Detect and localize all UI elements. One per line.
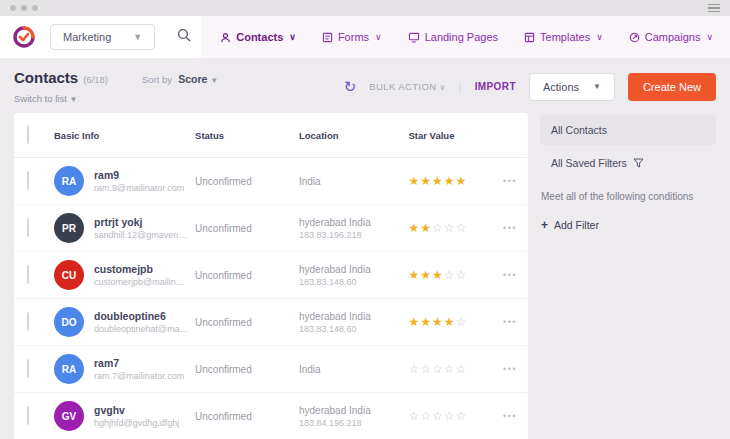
star-icon[interactable]: ★ xyxy=(456,174,468,188)
nav-item[interactable]: Templates ∨ xyxy=(511,25,616,49)
chevron-down-icon: ▼ xyxy=(210,76,218,85)
star-icon[interactable]: ★ xyxy=(408,268,420,282)
location-label: India xyxy=(299,364,409,375)
chevron-down-icon: ∨ xyxy=(289,32,296,42)
table-row[interactable]: DO doubleoptine6 doubleoptinehat@mailina… xyxy=(14,299,528,346)
contact-email: ram.9@mailinator.com xyxy=(94,183,190,193)
star-icon[interactable]: ☆ xyxy=(456,268,468,282)
star-icon[interactable]: ★ xyxy=(420,315,432,329)
search-button[interactable] xyxy=(171,22,197,52)
nav-item[interactable]: Campaigns ∨ xyxy=(616,25,726,49)
star-icon[interactable]: ☆ xyxy=(456,409,468,423)
actions-button[interactable]: Actions ▼ xyxy=(529,73,615,101)
chevron-down-icon: ∨ xyxy=(596,32,603,42)
bulk-action-button[interactable]: BULK ACTION ∨ xyxy=(369,81,446,92)
table-row[interactable]: PR prtrjt yokj sandhill.12@gmavenstar.co… xyxy=(14,205,528,252)
star-icon[interactable]: ☆ xyxy=(444,221,456,235)
saved-filters-link[interactable]: All Saved Filters xyxy=(540,145,716,169)
window-dot[interactable] xyxy=(10,5,16,11)
table-row[interactable]: CU customejpb customerjpb@mailinator.com… xyxy=(14,252,528,299)
ip-address: 183.83.196.218 xyxy=(299,230,409,240)
page-title: Contacts xyxy=(14,69,78,86)
sort-select[interactable]: Score ▼ xyxy=(178,73,218,85)
star-icon[interactable]: ★ xyxy=(408,174,420,188)
star-icon[interactable]: ☆ xyxy=(408,362,420,376)
star-icon[interactable]: ★ xyxy=(432,268,444,282)
column-header-star-value: Star Value xyxy=(408,130,492,141)
contact-name[interactable]: prtrjt yokj xyxy=(94,216,195,228)
star-icon[interactable]: ★ xyxy=(444,174,456,188)
row-checkbox[interactable] xyxy=(27,406,29,425)
star-icon[interactable]: ★ xyxy=(420,174,432,188)
create-new-button[interactable]: Create New xyxy=(628,73,716,101)
star-icon[interactable]: ☆ xyxy=(408,409,420,423)
window-dot[interactable] xyxy=(32,5,38,11)
nav-item[interactable]: Contacts ∨ xyxy=(207,25,309,49)
switch-to-list-link[interactable]: Switch to list ▼ xyxy=(14,93,218,104)
refresh-icon[interactable]: ↻ xyxy=(344,79,357,94)
star-icon[interactable]: ☆ xyxy=(420,362,432,376)
star-icon[interactable]: ☆ xyxy=(420,409,432,423)
row-more-button[interactable]: ••• xyxy=(492,270,528,280)
import-button[interactable]: IMPORT xyxy=(475,81,516,92)
star-icon[interactable]: ★ xyxy=(420,268,432,282)
star-icon[interactable]: ★ xyxy=(432,174,444,188)
contact-name[interactable]: ram7 xyxy=(94,357,190,369)
table-row[interactable]: GV gvghv hghjhfd@gvdhg.dfghj Unconfirmed… xyxy=(14,393,528,439)
nav-more-button[interactable]: ••• xyxy=(726,25,730,49)
contact-name[interactable]: ram9 xyxy=(94,169,190,181)
star-icon[interactable]: ★ xyxy=(420,221,432,235)
star-icon[interactable]: ☆ xyxy=(444,409,456,423)
table-row[interactable]: RA ram7 ram.7@mailinator.com Unconfirmed… xyxy=(14,346,528,393)
star-icon[interactable]: ☆ xyxy=(456,315,468,329)
table-row[interactable]: RA ram9 ram.9@mailinator.com Unconfirmed… xyxy=(14,158,528,205)
star-icon[interactable]: ☆ xyxy=(456,221,468,235)
star-icon[interactable]: ☆ xyxy=(432,362,444,376)
column-header-basic-info: Basic Info xyxy=(54,130,195,141)
status-label: Unconfirmed xyxy=(195,176,299,187)
star-icon[interactable]: ☆ xyxy=(444,268,456,282)
row-checkbox[interactable] xyxy=(27,312,29,331)
row-more-button[interactable]: ••• xyxy=(492,364,528,374)
status-label: Unconfirmed xyxy=(195,317,299,328)
campaigns-icon xyxy=(629,32,640,43)
contact-name[interactable]: gvghv xyxy=(94,404,185,416)
select-all-checkbox[interactable] xyxy=(27,125,29,144)
row-checkbox[interactable] xyxy=(27,265,29,284)
contacts-table: Basic Info Status Location Star Value RA… xyxy=(14,113,528,439)
nav-item[interactable]: Forms ∨ xyxy=(309,25,395,49)
row-more-button[interactable]: ••• xyxy=(492,176,528,186)
row-more-button[interactable]: ••• xyxy=(492,411,528,421)
nav-menu: Contacts ∨ Forms ∨ Landing Pages ∨ Templ… xyxy=(201,16,730,58)
contact-name[interactable]: doubleoptine6 xyxy=(94,310,195,322)
star-icon[interactable]: ☆ xyxy=(432,409,444,423)
top-navbar: Marketing ▼ Contacts ∨ Forms ∨ Landing P xyxy=(0,16,730,58)
star-icon[interactable]: ☆ xyxy=(456,362,468,376)
star-icon[interactable]: ☆ xyxy=(432,221,444,235)
add-filter-button[interactable]: + Add Filter xyxy=(540,202,716,232)
star-rating: ☆☆☆☆☆ xyxy=(408,362,492,376)
star-rating: ★★★☆☆ xyxy=(408,268,492,282)
all-contacts-filter[interactable]: All Contacts xyxy=(540,115,716,145)
window-dot[interactable] xyxy=(21,5,27,11)
row-more-button[interactable]: ••• xyxy=(492,223,528,233)
star-icon[interactable]: ★ xyxy=(408,221,420,235)
contacts-icon xyxy=(220,32,231,43)
star-rating: ☆☆☆☆☆ xyxy=(408,409,492,423)
row-checkbox[interactable] xyxy=(27,218,29,237)
star-icon[interactable]: ★ xyxy=(408,315,420,329)
nav-item[interactable]: Landing Pages ∨ xyxy=(395,25,511,49)
window-controls[interactable] xyxy=(10,5,38,11)
location-label: India xyxy=(299,176,409,187)
ip-address: 183.83.148.60 xyxy=(299,277,409,287)
org-select[interactable]: Marketing ▼ xyxy=(50,24,155,50)
row-checkbox[interactable] xyxy=(27,359,29,378)
star-icon[interactable]: ★ xyxy=(444,315,456,329)
row-checkbox[interactable] xyxy=(27,171,29,190)
contact-name[interactable]: customejpb xyxy=(94,263,195,275)
star-icon[interactable]: ★ xyxy=(432,315,444,329)
row-more-button[interactable]: ••• xyxy=(492,317,528,327)
menu-icon[interactable] xyxy=(708,4,720,13)
nav-item-label: Templates xyxy=(540,31,590,43)
star-icon[interactable]: ☆ xyxy=(444,362,456,376)
